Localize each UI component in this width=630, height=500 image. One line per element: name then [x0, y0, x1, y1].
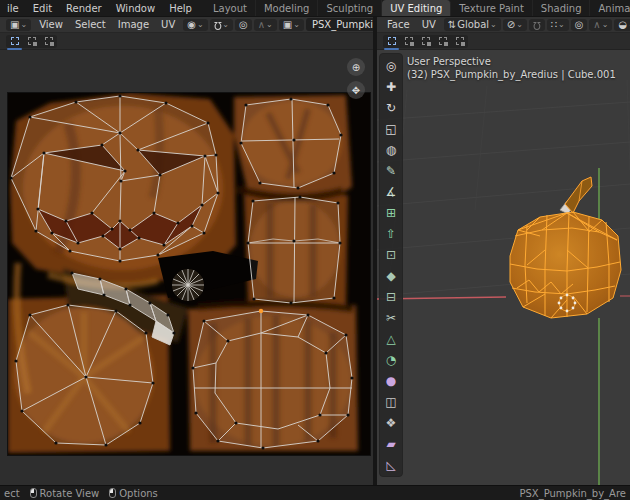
- chevron-down-icon: ⌄: [602, 22, 609, 28]
- smooth-tool-button[interactable]: ●: [381, 370, 401, 391]
- mouse-icon: [30, 488, 37, 498]
- uv-tool-settings: [0, 33, 373, 50]
- menu-help[interactable]: Help: [162, 3, 199, 14]
- status-hint-rotate-view: Rotate View: [30, 488, 100, 499]
- scale-tool-button[interactable]: ◱: [381, 118, 401, 139]
- proportional-toggle[interactable]: ◎: [571, 19, 588, 31]
- measure-tool-button[interactable]: ∡: [381, 181, 401, 202]
- falloff-dropdown[interactable]: ∧ ⌄: [589, 19, 612, 31]
- uv-pivot-dropdown[interactable]: ◉ ⌄: [183, 19, 207, 31]
- snap-toggle[interactable]: Ω: [529, 19, 545, 31]
- viewport-menu-face[interactable]: Face: [381, 19, 416, 30]
- snap-with-dropdown[interactable]: ∷ ⌄: [547, 19, 569, 31]
- falloff-icon: ∧: [258, 20, 265, 30]
- falloff-icon: ∧: [593, 20, 600, 30]
- annotate-tool-button[interactable]: ✎: [381, 160, 401, 181]
- inset-faces-tool-button[interactable]: ⊡: [381, 244, 401, 265]
- rip-region-tool-button[interactable]: ◺: [381, 454, 401, 475]
- snap-with-icon: ∷: [551, 20, 557, 30]
- workspace-tab-shading[interactable]: Shading: [533, 0, 591, 16]
- menu-render[interactable]: Render: [59, 3, 109, 14]
- statusbar-hints: ectRotate ViewOptions: [4, 488, 158, 499]
- uv-selectbox-mode-extend-button[interactable]: [23, 35, 40, 48]
- uv-menu-select[interactable]: Select: [69, 19, 112, 30]
- magnet-icon: Ω: [214, 20, 222, 30]
- move-tool-button[interactable]: ✚: [381, 76, 401, 97]
- chevron-down-icon: ⌄: [516, 22, 523, 28]
- uv-starburst-island: [172, 269, 204, 301]
- knife-tool-button[interactable]: ✂: [381, 307, 401, 328]
- viewport-canvas[interactable]: ◎✚↻◱◍✎∡⊞⇧⊡◆⊟✂△◔●◫❖▰◺ User Perspective (3…: [377, 50, 630, 485]
- zoom-icon[interactable]: ⊕: [347, 58, 365, 76]
- orientation-icon: ⇅: [448, 20, 456, 30]
- transform-tool-button[interactable]: ◍: [381, 139, 401, 160]
- workspace-tab-modeling[interactable]: Modeling: [256, 0, 319, 16]
- proportional-editing-icon: ◎: [575, 20, 584, 30]
- shear-tool-button[interactable]: ▰: [381, 433, 401, 454]
- uv-menu-image[interactable]: Image: [112, 19, 155, 30]
- workspace-tab-layout[interactable]: Layout: [205, 0, 256, 16]
- workspace-tabs: LayoutModelingSculptingUV EditingTexture…: [205, 0, 630, 16]
- workspace-tab-uv-editing[interactable]: UV Editing: [382, 0, 451, 16]
- viewport-menus: FaceUV: [381, 19, 442, 30]
- image-browse-dropdown[interactable]: ▣ ⌄: [279, 19, 304, 31]
- rotate-tool-button[interactable]: ↻: [381, 97, 401, 118]
- status-hint-label: ect: [4, 488, 20, 499]
- menu-ile[interactable]: ile: [0, 3, 26, 14]
- image-name-field[interactable]: PSX_Pumpkin_Texture: [306, 18, 373, 31]
- uv-texture-image: [8, 93, 370, 455]
- image-icon: ▣: [283, 20, 292, 30]
- chevron-down-icon: ⌄: [197, 22, 204, 28]
- viewport-3d-area: FaceUV ⇅ Global ⌄ ⊘ ⌄ Ω ∷ ⌄ ◎ ∧ ⌄: [377, 17, 630, 485]
- intersect-icon: [456, 37, 464, 45]
- orientation-dropdown[interactable]: ⇅ Global ⌄: [444, 18, 501, 31]
- uv-proportional-toggle[interactable]: ◎: [235, 19, 252, 31]
- sticky-selection-dropdown[interactable]: ▣ ⌄: [6, 19, 31, 31]
- viewport-menu-uv[interactable]: UV: [416, 19, 442, 30]
- uv-snap-toggle[interactable]: Ω ⌄: [210, 19, 233, 31]
- viewport-header: FaceUV ⇅ Global ⌄ ⊘ ⌄ Ω ∷ ⌄ ◎ ∧ ⌄: [377, 17, 630, 33]
- selectbox-mode-invert-button[interactable]: [434, 35, 451, 48]
- status-hint-label: Rotate View: [40, 488, 100, 499]
- chevron-down-icon: ⌄: [266, 22, 273, 28]
- overlays-dropdown[interactable]: ◒ ⌄: [614, 19, 630, 31]
- uv-canvas[interactable]: ⊕ ✥: [0, 50, 373, 485]
- shrink-fatten-tool-button[interactable]: ❖: [381, 412, 401, 433]
- extend-icon: [405, 37, 413, 45]
- loop-cut-tool-button[interactable]: ⊟: [381, 286, 401, 307]
- bevel-tool-button[interactable]: ◆: [381, 265, 401, 286]
- topbar: ileEditRenderWindowHelp LayoutModelingSc…: [0, 0, 630, 17]
- selectbox-mode-intersect-button[interactable]: [451, 35, 468, 48]
- spin-tool-button[interactable]: ◔: [381, 349, 401, 370]
- uv-falloff-dropdown[interactable]: ∧ ⌄: [254, 19, 277, 31]
- uv-menu-uv[interactable]: UV: [155, 19, 181, 30]
- add-cube-tool-button[interactable]: ⊞: [381, 202, 401, 223]
- pan-hand-icon[interactable]: ✥: [347, 81, 365, 99]
- uv-selectbox-mode-subtract-button[interactable]: [40, 35, 57, 48]
- workspace-tab-texture-paint[interactable]: Texture Paint: [451, 0, 533, 16]
- uv-island-top-right: [241, 99, 341, 188]
- sticky-selection-icon: ▣: [10, 20, 19, 30]
- workspace-tab-sculpting[interactable]: Sculpting: [318, 0, 382, 16]
- menu-edit[interactable]: Edit: [26, 3, 59, 14]
- uv-island-bottom-right: [193, 311, 352, 448]
- workspace-tab-animation[interactable]: Animation: [590, 0, 630, 16]
- edge-slide-tool-button[interactable]: ◫: [381, 391, 401, 412]
- menu-window[interactable]: Window: [109, 3, 162, 14]
- uv-selectbox-mode-set-button[interactable]: [6, 35, 23, 48]
- viewport-toolbar: ◎✚↻◱◍✎∡⊞⇧⊡◆⊟✂△◔●◫❖▰◺: [379, 53, 403, 477]
- chevron-down-icon: ⌄: [490, 22, 497, 28]
- selectbox-mode-extend-button[interactable]: [400, 35, 417, 48]
- selectbox-mode-subtract-button[interactable]: [417, 35, 434, 48]
- snap-target-dropdown[interactable]: ⊘ ⌄: [503, 19, 527, 31]
- cursor-tool-button[interactable]: ◎: [381, 55, 401, 76]
- subtract-icon: [45, 37, 53, 45]
- snap-target-icon: ⊘: [507, 20, 515, 30]
- uv-menu-view[interactable]: View: [33, 19, 69, 30]
- uv-select-box-modes: [6, 35, 57, 48]
- extrude-region-tool-button[interactable]: ⇧: [381, 223, 401, 244]
- mouse-icon: [109, 488, 116, 498]
- poly-build-tool-button[interactable]: △: [381, 328, 401, 349]
- selectbox-mode-set-button[interactable]: [383, 35, 400, 48]
- uv-island-bottom-left: [16, 305, 153, 445]
